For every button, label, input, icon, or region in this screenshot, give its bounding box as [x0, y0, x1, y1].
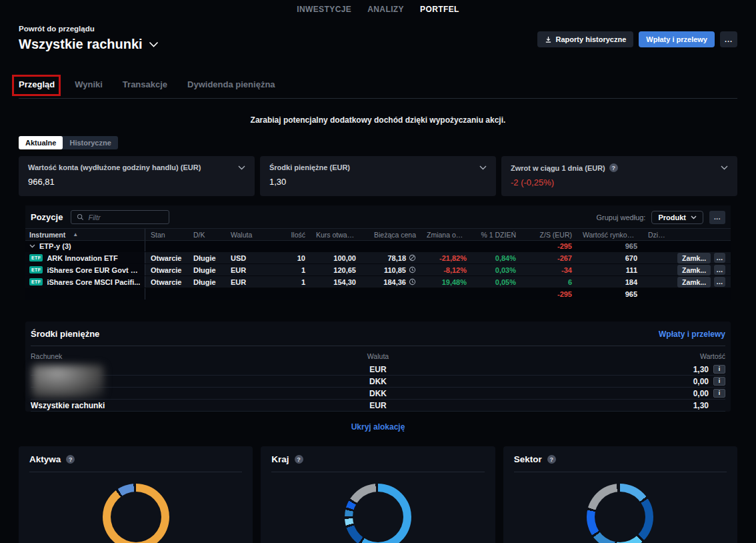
- etf-badge: ETF: [29, 254, 43, 261]
- help-icon[interactable]: ?: [547, 455, 556, 464]
- download-icon: [545, 36, 552, 43]
- filter-input[interactable]: [88, 213, 163, 221]
- col-stan[interactable]: Stan: [145, 231, 188, 239]
- position-change-pct: -21,82%: [421, 254, 472, 262]
- help-icon[interactable]: ?: [295, 455, 303, 464]
- clock-icon: [409, 278, 416, 286]
- cash-table-header: Rachunek Waluta Wartość: [31, 346, 725, 364]
- close-position-button[interactable]: Zamk...: [677, 277, 711, 288]
- info-button[interactable]: i: [713, 377, 725, 386]
- tab-przeglad[interactable]: Przegląd: [19, 79, 55, 89]
- position-open-price: 120,65: [311, 266, 361, 274]
- chevron-down-icon[interactable]: [238, 165, 245, 170]
- summary-cards: Wartość konta (wydłużone godziny handlu)…: [19, 156, 737, 196]
- position-currency: EUR: [225, 266, 269, 274]
- chart-kraj-title: Kraj: [271, 454, 289, 464]
- group-by-select[interactable]: Produkt: [651, 211, 703, 224]
- chevron-expand-icon[interactable]: [29, 244, 35, 248]
- col-biezaca-cena[interactable]: Bieżąca cena: [361, 231, 421, 239]
- group-by-value: Produkt: [658, 213, 686, 221]
- cash-rows: EUR1,30iDKK0,00iDKK0,00iWszystkie rachun…: [31, 364, 725, 412]
- position-direction: Długie: [188, 278, 225, 286]
- help-icon[interactable]: ?: [66, 455, 75, 464]
- col-instrument[interactable]: Instrument ▲: [25, 229, 145, 240]
- col-ilosc[interactable]: Ilość: [269, 231, 311, 239]
- position-more-button[interactable]: ...: [714, 265, 725, 275]
- position-actions: Zamk......: [672, 265, 731, 276]
- sort-ascending-icon: ▲: [73, 231, 78, 237]
- col-1-dzien[interactable]: % 1 DZIEŃ: [472, 231, 521, 239]
- card-one-day-return: Zwrot w ciągu 1 dnia (EUR) ? -2 (-0,25%): [501, 156, 737, 196]
- position-day-pct: 0,03%: [472, 266, 521, 274]
- nav-item-analizy[interactable]: ANALIZY: [367, 5, 404, 14]
- position-row[interactable]: ETFiShares Core EUR Govt B...OtwarcieDłu…: [25, 264, 731, 276]
- position-change-pct: -8,12%: [421, 266, 472, 274]
- nav-item-inwestycje[interactable]: INWESTYCJE: [297, 5, 351, 14]
- cash-value: 0,00: [693, 377, 709, 386]
- tab-wyniki[interactable]: Wyniki: [75, 79, 103, 89]
- instrument-name[interactable]: iShares Core EUR Govt B...: [47, 266, 141, 274]
- chevron-down-icon: [691, 215, 697, 219]
- chart-sektor-title: Sektor: [514, 454, 542, 464]
- tab-dywidenda-label: Dywidenda pieniężna: [187, 79, 275, 89]
- position-direction: Długie: [188, 266, 225, 274]
- back-link[interactable]: Powrót do przeglądu: [19, 25, 159, 33]
- group-row-etp[interactable]: ETP-y (3) -295 965: [25, 241, 731, 252]
- toggle-historyczne[interactable]: Historyczne: [63, 136, 117, 149]
- donut-hole: [353, 492, 403, 542]
- positions-more-button[interactable]: ...: [709, 211, 725, 224]
- cash-row[interactable]: DKK0,00i: [31, 376, 725, 388]
- info-button[interactable]: i: [713, 389, 725, 398]
- position-actions: Zamk......: [672, 277, 731, 288]
- cash-currency: DKK: [345, 377, 411, 386]
- position-status: Otwarcie: [145, 254, 188, 262]
- deposits-transfers-button[interactable]: Wpłaty i przelewy: [639, 31, 715, 47]
- instrument-name[interactable]: ARK Innovation ETF: [47, 254, 117, 262]
- donut-chart-kraj: [345, 484, 411, 543]
- help-icon[interactable]: ?: [609, 163, 618, 172]
- position-change-pct: 19,48%: [421, 278, 472, 286]
- col-wartosc-rynkowa[interactable]: Wartość rynkowa (...: [577, 231, 643, 239]
- historical-reports-button[interactable]: Raporty historyczne: [537, 31, 634, 47]
- chevron-down-icon[interactable]: [479, 165, 487, 170]
- position-direction: Długie: [188, 254, 225, 262]
- col-waluta[interactable]: Waluta: [225, 231, 269, 239]
- cash-row[interactable]: DKK0,00i: [31, 388, 725, 400]
- toggle-aktualne[interactable]: Aktualne: [19, 136, 63, 149]
- chevron-down-icon[interactable]: [721, 165, 728, 170]
- col-instrument-label: Instrument: [29, 231, 65, 239]
- col-zmiana[interactable]: Zmiana od ...: [421, 231, 472, 239]
- chart-card-kraj: Kraj ?: [261, 446, 495, 543]
- hide-allocation-link[interactable]: Ukryj alokację: [19, 422, 737, 432]
- position-row[interactable]: ETFARK Innovation ETFOtwarcieDługieUSD10…: [25, 252, 731, 264]
- positions-table: Instrument ▲ Stan D/K Waluta Ilość Kurs …: [25, 228, 731, 300]
- cash-row[interactable]: EUR1,30i: [31, 364, 725, 376]
- nav-item-portfel[interactable]: PORTFEL: [420, 5, 459, 14]
- close-position-button[interactable]: Zamk...: [677, 253, 711, 263]
- col-zs[interactable]: Z/S (EUR): [521, 231, 577, 239]
- col-dk[interactable]: D/K: [188, 231, 225, 239]
- tab-dywidenda[interactable]: Dywidenda pieniężna: [187, 79, 275, 89]
- cash-deposits-link[interactable]: Wpłaty i przelewy: [659, 330, 725, 339]
- tab-transakcje[interactable]: Transakcje: [123, 79, 167, 89]
- position-more-button[interactable]: ...: [714, 253, 725, 263]
- close-position-button[interactable]: Zamk...: [677, 265, 711, 276]
- cash-table: EUR1,30iDKK0,00iDKK0,00iWszystkie rachun…: [31, 364, 725, 412]
- position-pl: -267: [521, 254, 577, 262]
- position-row[interactable]: ETFiShares Core MSCI Pacifi...OtwarcieDł…: [25, 276, 731, 288]
- chevron-down-icon: [149, 41, 159, 47]
- info-button[interactable]: i: [713, 365, 725, 374]
- col-kurs-otwarcia[interactable]: Kurs otwarcia: [311, 231, 361, 239]
- securities-lending-notice: Zarabiaj potencjalny dodatkowy dochód dz…: [19, 115, 737, 125]
- card-cash: Środki pieniężne (EUR) 1,30: [260, 156, 496, 196]
- cash-row[interactable]: Wszystkie rachunkiEUR1,30: [31, 400, 725, 412]
- account-selector[interactable]: Wszystkie rachunki: [19, 37, 159, 52]
- header-more-button[interactable]: ...: [720, 31, 737, 47]
- historical-reports-label: Raporty historyczne: [556, 35, 627, 43]
- cash-account-label: Wszystkie rachunki: [31, 401, 345, 410]
- position-more-button[interactable]: ...: [714, 277, 725, 287]
- positions-section: Pozycje Grupuj według: Produkt ...: [25, 205, 731, 300]
- col-dzie[interactable]: Dzie...: [643, 231, 672, 239]
- cash-value: 1,30: [693, 365, 709, 374]
- instrument-name[interactable]: iShares Core MSCI Pacifi...: [47, 278, 140, 286]
